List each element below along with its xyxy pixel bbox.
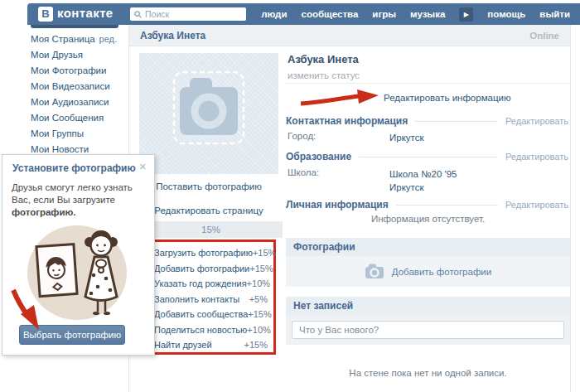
section-rule [396, 205, 498, 206]
sidebar-link[interactable]: Мои Сообщения [31, 113, 104, 123]
top-header: В контакте люди сообщества игры музыка ▶… [27, 3, 580, 25]
city-value-link[interactable]: Иркутск [389, 131, 424, 144]
sidebar-item-my-page: Моя Страница ред. [0, 31, 128, 47]
page-title: Азбука Инета [140, 30, 205, 41]
close-icon[interactable]: ✕ [139, 162, 147, 172]
edit-page-link[interactable]: Редактировать страницу [139, 206, 278, 215]
popup-body-text: Друзья смогут легко узнать Вас, если Вы … [2, 174, 154, 219]
edit-info-link[interactable]: Редактировать информацию [384, 93, 511, 103]
checklist-bonus: +10% [247, 278, 270, 288]
nav-communities[interactable]: сообщества [301, 9, 358, 19]
profile-photo-placeholder[interactable] [139, 53, 278, 174]
add-photos-area[interactable]: Добавить фотографии [286, 256, 570, 287]
vk-logo-text[interactable]: контакте [57, 6, 114, 20]
profile-completeness-bar: 15% [139, 221, 283, 238]
popup-title: Установите фотографию [2, 155, 154, 174]
checklist-row: Добавить сообщества +15% [154, 307, 268, 322]
section-title: Образование [286, 151, 351, 162]
section-rule [415, 121, 498, 122]
content-right-divider [570, 25, 571, 392]
checklist-share-news-link[interactable]: Поделиться новостью [154, 325, 247, 335]
play-icon[interactable]: ▶ [459, 7, 473, 22]
change-status-link[interactable]: изменить статус [288, 70, 360, 80]
photos-block-title: Фотографии [286, 238, 570, 256]
nav-people[interactable]: люди [261, 9, 287, 19]
checklist-row: Найти друзей +15% [154, 337, 268, 353]
school-name-link[interactable]: Школа №20 '95 [389, 167, 457, 181]
sidebar-link[interactable]: Мои Группы [31, 128, 84, 138]
annotation-red-box: Загрузить фотографию +15% Добавить фотог… [146, 240, 276, 355]
sidebar-item-audio: Мои Аудиозаписи [0, 94, 128, 110]
section-rule [359, 157, 498, 157]
contact-edit-link[interactable]: Редактировать [505, 116, 570, 126]
wall-block: Нет записей [286, 297, 570, 345]
sidebar-item-photos: Мои Фотографии [0, 63, 128, 79]
page-title-bar: Азбука Инета Online [129, 25, 570, 46]
section-title: Личная информация [286, 199, 389, 211]
profile-name: Азбука Инета [288, 53, 359, 65]
add-photos-link[interactable]: Добавить фотографии [392, 267, 491, 277]
wall-block-title: Нет записей [286, 297, 570, 315]
camera-placeholder-icon [147, 64, 271, 163]
set-photo-popup: Установите фотографию ✕ Друзья смогут ле… [2, 154, 155, 356]
online-status-badge: Online [529, 31, 559, 41]
education-edit-link[interactable]: Редактировать [505, 152, 570, 162]
checklist-find-friends-link[interactable]: Найти друзей [154, 340, 212, 350]
search-icon [134, 11, 142, 18]
sidebar-link[interactable]: Моя Страница [31, 34, 95, 44]
school-city-link[interactable]: Иркутск [389, 181, 457, 194]
set-photo-link[interactable]: Поставить фотографию [139, 181, 278, 191]
popup-text-bold: фотографию. [12, 207, 76, 217]
sidebar-item-videos: Мои Видеозаписи [0, 79, 128, 94]
camera-icon [365, 264, 384, 279]
checklist-bonus: +10% [247, 325, 270, 335]
sidebar-item-groups: Мои Группы [0, 126, 128, 142]
checklist-row: Указать год рождения +10% [154, 276, 268, 292]
personal-section-header: Личная информация Редактировать [286, 199, 570, 211]
sidebar-link[interactable]: Мои Друзья [31, 50, 83, 60]
choose-photo-button[interactable]: Выбрать фотографию [19, 325, 125, 345]
nav-games[interactable]: игры [372, 9, 396, 19]
section-title: Контактная информация [286, 115, 408, 127]
checklist-row: Добавить фотографии +15% [154, 261, 268, 277]
sidebar-edit-link[interactable]: ред. [99, 31, 117, 47]
wall-post-input[interactable] [292, 321, 564, 339]
checklist-row: Загрузить фотографию +15% [154, 245, 268, 261]
checklist-birth-year-link[interactable]: Указать год рождения [154, 278, 247, 288]
checklist-contacts-link[interactable]: Заполнить контакты [154, 294, 239, 304]
education-section-header: Образование Редактировать [286, 151, 570, 162]
checklist-add-photos-link[interactable]: Добавить фотографии [154, 264, 249, 273]
sidebar-link[interactable]: Мои Видеозаписи [31, 81, 110, 91]
header-logo-tab [31, 25, 118, 28]
search-input[interactable] [145, 9, 236, 19]
nav-music[interactable]: музыка [410, 9, 445, 19]
header-search[interactable] [130, 7, 246, 21]
divider [286, 83, 570, 84]
wall-post-area [286, 315, 570, 345]
checklist-row: Заполнить контакты +5% [154, 292, 268, 307]
annotation-arrow-edit-info [299, 88, 380, 106]
city-label: Город: [288, 131, 316, 141]
sidebar-link[interactable]: Мои Новости [31, 144, 89, 154]
personal-edit-link[interactable]: Редактировать [505, 200, 570, 210]
photos-block: Фотографии Добавить фотографии [286, 238, 570, 287]
vk-logo-icon[interactable]: В [38, 7, 53, 22]
sidebar-link[interactable]: Мои Фотографии [31, 65, 106, 75]
sidebar-nav: Моя Страница ред. Мои Друзья Мои Фотогра… [0, 31, 128, 157]
nav-logout[interactable]: выйти [539, 9, 570, 19]
checklist-bonus: +15% [248, 309, 271, 319]
school-value: Школа №20 '95 Иркутск [389, 167, 457, 194]
checklist-row: Поделиться новостью +10% [154, 322, 268, 338]
school-label: Школа: [288, 167, 319, 177]
checklist-upload-photo-link[interactable]: Загрузить фотографию [154, 248, 253, 258]
checklist-communities-link[interactable]: Добавить сообщества [154, 309, 248, 319]
profile-photo-column: Поставить фотографию Редактировать стран… [139, 53, 278, 215]
top-nav: люди сообщества игры музыка ▶ помощь вый… [261, 3, 570, 25]
wall-empty-text: На стене пока нет ни одной записи. [286, 368, 570, 378]
checklist-bonus: +15% [249, 264, 273, 273]
nav-help[interactable]: помощь [487, 9, 525, 19]
checklist-bonus: +5% [249, 294, 268, 304]
sidebar-link[interactable]: Мои Аудиозаписи [31, 97, 109, 107]
sidebar-item-messages: Мои Сообщения [0, 110, 128, 126]
popup-text: Друзья смогут легко узнать Вас, если Вы … [12, 182, 133, 205]
